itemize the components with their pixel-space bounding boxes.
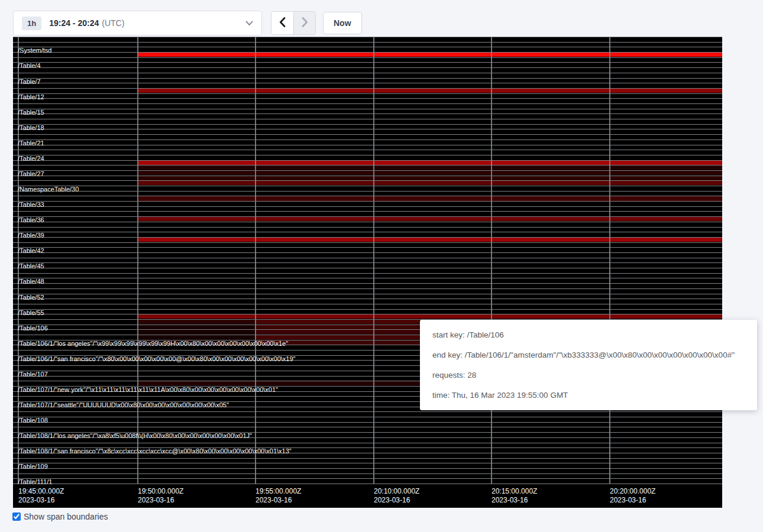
span-key-label: /Table/45: [18, 263, 44, 270]
tooltip-time: time: Thu, 16 Mar 2023 19:55:00 GMT: [432, 385, 745, 406]
span-boundary-line: [13, 134, 722, 135]
span-boundary-line: [13, 427, 722, 427]
span-boundary-line: [13, 273, 722, 274]
time-bucket-line: [373, 37, 374, 484]
span-boundary-line: [13, 196, 722, 196]
span-boundary-line: [13, 129, 722, 129]
span-key-label: /Table/108: [18, 417, 48, 424]
span-boundary-line: [13, 62, 722, 63]
span-key-label: /Table/109: [18, 463, 48, 470]
span-key-label: /Table/24: [18, 155, 44, 162]
span-boundary-line: [13, 227, 722, 228]
span-boundary-line: [13, 57, 722, 58]
span-boundary-line: [13, 176, 722, 176]
x-axis-label: 19:45:00.000Z2023-03-16: [18, 487, 64, 505]
span-boundary-line: [13, 67, 722, 68]
span-boundary-line: [13, 78, 722, 79]
span-key-label: /Table/42: [18, 248, 44, 254]
span-key-label: /Table/18: [18, 125, 44, 131]
span-boundary-line: [13, 113, 722, 114]
span-boundary-line: [13, 309, 722, 310]
span-boundary-line: [13, 93, 722, 94]
span-boundary-line: [13, 463, 722, 463]
span-boundary-line: [13, 314, 722, 314]
next-time-button[interactable]: [293, 12, 315, 34]
span-boundary-line: [13, 191, 722, 192]
span-boundary-line: [13, 417, 722, 417]
time-bucket-line: [491, 37, 492, 484]
span-key-label: /Table/106/1/"san francisco"/"\x80\x00\x…: [18, 356, 296, 362]
span-key-label: /Table/39: [18, 232, 44, 239]
span-boundary-line: [13, 83, 722, 83]
span-boundary-line: [13, 201, 722, 202]
span-boundary-line: [13, 155, 722, 155]
heat-band: [137, 238, 722, 242]
span-key-label: /Table/108/1/"san francisco"/"\x8c\xcc\x…: [18, 448, 292, 455]
heat-band: [137, 325, 255, 329]
span-boundary-line: [13, 299, 722, 299]
span-key-label: /Table/36: [18, 217, 44, 223]
heat-band: [137, 320, 255, 324]
span-boundary-line: [13, 288, 722, 289]
heat-band: [137, 181, 722, 185]
heat-band: [137, 171, 722, 175]
x-axis-label: 20:15:00.000Z2023-03-16: [492, 487, 537, 505]
x-axis-label: 20:10:00.000Z2023-03-16: [374, 487, 419, 505]
heat-band: [137, 166, 722, 170]
heat-band: [137, 196, 722, 200]
time-range-selector[interactable]: 1h 19:24 - 20:24 (UTC): [13, 11, 262, 35]
span-boundary-line: [13, 422, 722, 423]
tooltip-start-key: start key: /Table/106: [432, 325, 745, 345]
span-boundary-line: [13, 222, 722, 222]
prev-time-button[interactable]: [271, 12, 293, 34]
hover-tooltip: start key: /Table/106 end key: /Table/10…: [420, 320, 757, 410]
span-boundary-line: [13, 42, 722, 43]
span-boundary-line: [13, 160, 722, 161]
span-key-label: /Table/21: [18, 140, 44, 147]
span-key-label: /Table/4: [18, 63, 41, 69]
span-boundary-line: [13, 37, 722, 37]
span-boundary-line: [13, 150, 722, 150]
span-boundary-line: [13, 278, 722, 278]
x-axis-label: 19:50:00.000Z2023-03-16: [138, 487, 183, 505]
heat-band: [137, 53, 722, 57]
time-bucket-line: [255, 37, 256, 484]
span-boundary-line: [13, 242, 722, 243]
span-boundary-line: [13, 109, 722, 109]
span-key-label: /System/tsd: [18, 47, 51, 54]
span-boundary-line: [13, 443, 722, 443]
span-boundary-line: [13, 73, 722, 73]
timezone-label: (UTC): [102, 18, 124, 28]
time-bucket-line: [609, 37, 610, 484]
chevron-down-icon: [245, 21, 253, 26]
chevron-left-icon: [279, 17, 286, 29]
span-key-label: /Table/52: [18, 294, 44, 301]
span-boundary-line: [13, 458, 722, 459]
heat-band: [137, 335, 255, 339]
span-boundary-line: [13, 262, 722, 263]
span-boundary-line: [13, 47, 722, 47]
now-button[interactable]: Now: [323, 12, 362, 34]
key-visualizer-heatmap[interactable]: /System/tsd/Table/4/Table/7/Table/12/Tab…: [13, 37, 722, 484]
span-boundary-line: [13, 98, 722, 99]
show-span-boundaries-checkbox[interactable]: [12, 512, 21, 521]
tooltip-end-key: end key: /Table/106/1/"amsterdam"/"\xb33…: [432, 345, 745, 365]
span-boundary-line: [13, 88, 722, 89]
span-boundary-line: [13, 252, 722, 253]
span-boundary-line: [13, 237, 722, 238]
span-key-label: /Table/107/1/"seattle"/"UUUUUUD\x00\x80\…: [18, 402, 229, 408]
span-boundary-line: [13, 140, 722, 140]
span-key-label: /Table/7: [18, 79, 41, 85]
show-span-boundaries-label: Show span boundaries: [24, 512, 108, 521]
span-key-label: /Table/12: [18, 94, 44, 100]
span-boundary-line: [13, 145, 722, 145]
span-key-label: /Table/107: [18, 371, 48, 378]
span-boundary-line: [13, 165, 722, 166]
footer: Show span boundaries: [12, 512, 108, 521]
span-boundary-line: [13, 468, 722, 469]
span-boundary-line: [13, 216, 722, 217]
span-boundary-line: [13, 478, 722, 479]
heat-band: [137, 160, 722, 164]
heat-band: [137, 89, 722, 93]
span-key-label: /Table/106/1/"los angeles"/"\x99\x99\x99…: [18, 340, 288, 347]
